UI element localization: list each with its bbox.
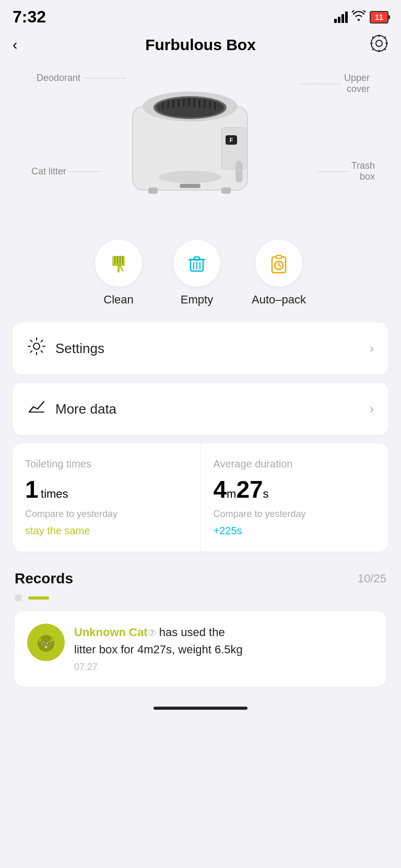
settings-gear-icon — [27, 337, 46, 360]
svg-rect-11 — [180, 184, 200, 188]
average-duration-col: Average duration 4m27s Compare to yester… — [200, 443, 389, 552]
record-time: 07:27 — [74, 660, 374, 674]
record-text: Unknown Cat⑦ has used the litter box for… — [74, 624, 374, 674]
records-tabs — [15, 594, 386, 602]
autopack-label: Auto–pack — [252, 293, 306, 307]
battery-icon: 11 — [370, 11, 388, 24]
question-icon: ⑦ — [148, 628, 156, 638]
records-tab-active — [28, 596, 49, 600]
toileting-compare-label: Compare to yesterday — [25, 509, 188, 520]
cat-avatar — [27, 624, 65, 661]
records-section: Records 10/25 — [0, 560, 401, 698]
svg-rect-28 — [122, 256, 123, 264]
autopack-button[interactable] — [255, 240, 302, 287]
status-bar: 7:32 11 — [0, 0, 401, 31]
record-action: has used the — [156, 626, 225, 639]
svg-rect-9 — [148, 187, 158, 194]
svg-rect-30 — [117, 265, 120, 273]
average-duration-value: 4m27s — [214, 475, 376, 503]
records-header: Records 10/25 — [15, 570, 386, 587]
svg-point-23 — [159, 171, 221, 183]
toileting-change: stay the same — [25, 525, 188, 537]
empty-icon — [185, 252, 208, 275]
back-button[interactable]: ‹ — [13, 37, 17, 53]
svg-rect-33 — [194, 257, 199, 260]
label-trash-box: Trashbox — [351, 160, 375, 182]
svg-rect-25 — [114, 256, 115, 264]
more-data-row[interactable]: More data › — [13, 383, 388, 435]
svg-point-4 — [156, 98, 224, 118]
more-data-label: More data — [55, 401, 370, 417]
record-item: Unknown Cat⑦ has used the litter box for… — [15, 611, 386, 687]
status-time: 7:32 — [13, 7, 46, 27]
svg-line-41 — [279, 265, 281, 266]
wifi-icon — [352, 10, 365, 24]
duration-compare-label: Compare to yesterday — [214, 509, 376, 520]
empty-action[interactable]: Empty — [173, 240, 220, 307]
clean-icon — [107, 252, 130, 275]
svg-rect-27 — [120, 256, 121, 264]
records-title: Records — [15, 570, 73, 587]
stats-section: Toileting times 1 times Compare to yeste… — [13, 443, 388, 552]
toileting-times-title: Toileting times — [25, 458, 188, 470]
svg-rect-5 — [221, 127, 247, 169]
svg-rect-10 — [221, 187, 231, 194]
status-icons: 11 — [334, 10, 388, 24]
more-data-chevron-icon: › — [370, 402, 374, 416]
device-section: Deodorant Uppercover Cat litter Trashbox — [0, 62, 401, 229]
home-indicator-area — [0, 698, 401, 720]
device-image: Deodorant Uppercover Cat litter Trashbox — [16, 62, 385, 219]
empty-button[interactable] — [173, 240, 220, 287]
settings-chevron-icon: › — [370, 341, 374, 356]
label-deodorant: Deodorant — [37, 73, 80, 84]
cat-name: Unknown Cat — [74, 626, 148, 639]
svg-rect-26 — [117, 256, 118, 264]
empty-label: Empty — [181, 293, 213, 307]
clean-label: Clean — [103, 293, 133, 307]
clean-action[interactable]: Clean — [95, 240, 142, 307]
toileting-times-value: 1 times — [25, 475, 188, 503]
more-data-chart-icon — [27, 397, 46, 420]
records-pagination: 10/25 — [358, 572, 386, 585]
autopack-icon — [267, 252, 290, 275]
svg-point-53 — [45, 646, 47, 647]
svg-text:F: F — [230, 137, 233, 143]
nav-bar: ‹ Furbulous Box — [0, 31, 401, 62]
device-illustration: F — [117, 75, 284, 206]
svg-point-44 — [38, 635, 54, 652]
clean-button[interactable] — [95, 240, 142, 287]
svg-rect-38 — [276, 255, 281, 259]
duration-change: +225s — [214, 525, 376, 537]
actions-section: Clean Empty — [0, 229, 401, 322]
stats-row: Toileting times 1 times Compare to yeste… — [13, 443, 388, 552]
settings-label: Settings — [55, 341, 370, 357]
svg-rect-8 — [236, 161, 242, 182]
svg-point-0 — [371, 36, 387, 51]
average-duration-title: Average duration — [214, 458, 376, 470]
svg-point-42 — [33, 343, 40, 349]
record-detail: litter box for 4m27s, weight 6.5kg — [74, 641, 374, 658]
nav-gear-icon[interactable] — [370, 34, 388, 56]
page-title: Furbulous Box — [145, 36, 256, 54]
toileting-times-col: Toileting times 1 times Compare to yeste… — [13, 443, 200, 552]
label-upper-cover: Uppercover — [344, 73, 370, 95]
records-tab-inactive — [15, 594, 22, 602]
autopack-action[interactable]: Auto–pack — [252, 240, 306, 307]
label-cat-litter: Cat litter — [31, 166, 66, 177]
settings-row[interactable]: Settings › — [13, 322, 388, 374]
signal-icon — [334, 11, 348, 23]
home-indicator-bar — [154, 707, 247, 710]
